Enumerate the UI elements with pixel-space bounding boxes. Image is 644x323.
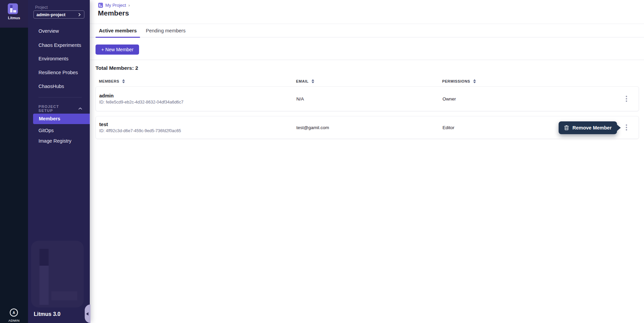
sidebar-collapse-handle[interactable]	[85, 304, 90, 323]
sidebar-item-gitops[interactable]: GitOps	[28, 127, 90, 134]
sidebar-divider	[38, 97, 82, 97]
column-members-label: MEMBERS	[99, 79, 119, 83]
watermark-bar-horizontal	[51, 291, 77, 300]
remove-member-label: Remove Member	[572, 125, 612, 130]
toolbar-divider	[90, 60, 644, 60]
member-id: ID: 4ff92c3d-d6e7-459c-9ed5-736fd2f0ac65	[99, 128, 296, 133]
watermark-bar-dark	[39, 249, 49, 266]
litmus-logo-label: Litmus	[0, 16, 28, 20]
litmus-app: Litmus A ADMIN Project admin-project Ove…	[0, 0, 644, 323]
member-name: test	[99, 122, 296, 127]
sidebar: Project admin-project Overview Chaos Exp…	[28, 0, 90, 323]
breadcrumb-chevron-icon: ›	[128, 3, 130, 8]
main-content: My Project › Members Active members Pend…	[90, 0, 644, 323]
active-tab-underline	[96, 37, 140, 38]
project-label: Project	[35, 5, 48, 10]
member-row-admin: admin ID: fe8e5cd9-eb2c-4d32-8632-04df34…	[96, 86, 639, 111]
avatar-initial: A	[12, 311, 15, 315]
icon-rail: Litmus A ADMIN	[0, 0, 28, 323]
member-permission: Owner	[442, 96, 622, 101]
project-setup-label: PROJECT SETUP	[38, 105, 74, 113]
member-name: admin	[99, 93, 296, 98]
new-member-button[interactable]: + New Member	[96, 45, 139, 55]
sidebar-item-image-registry[interactable]: Image Registry	[28, 138, 90, 144]
row-menu-kebab-icon[interactable]	[622, 123, 630, 132]
row-menu-kebab-icon[interactable]	[622, 94, 630, 104]
tab-active-members[interactable]: Active members	[96, 24, 140, 37]
project-setup-section-toggle[interactable]: PROJECT SETUP	[38, 105, 82, 113]
page-title: Members	[98, 9, 129, 17]
tab-pending-members[interactable]: Pending members	[142, 24, 189, 37]
sidebar-item-overview[interactable]: Overview	[28, 28, 90, 34]
litmus-logo-icon	[8, 3, 18, 14]
litmus-watermark-logo	[31, 241, 84, 307]
members-table-header: MEMBERS EMAIL PERMISSIONS	[96, 77, 639, 85]
column-header-members: MEMBERS	[99, 79, 296, 83]
tab-pending-members-label: Pending members	[146, 28, 186, 33]
chevron-up-icon	[78, 107, 82, 110]
member-email: N/A	[296, 96, 442, 101]
collapse-arrow-icon	[86, 312, 88, 316]
sort-permissions-icon[interactable]	[473, 79, 476, 83]
sidebar-item-chaoshubs[interactable]: ChaosHubs	[28, 83, 90, 90]
member-email: test@gamil.com	[296, 125, 442, 130]
user-avatar[interactable]: A	[10, 309, 18, 317]
members-tabbar: Active members Pending members	[90, 24, 644, 37]
column-header-email: EMAIL	[296, 79, 442, 83]
member-name-cell: admin ID: fe8e5cd9-eb2c-4d32-8632-04df34…	[99, 93, 296, 105]
admin-username-label: ADMIN	[0, 319, 28, 322]
member-row-test: test ID: 4ff92c3d-d6e7-459c-9ed5-736fd2f…	[96, 116, 639, 139]
logo-bar-horizontal	[13, 10, 16, 12]
chevron-right-icon	[78, 13, 81, 17]
member-id: ID: fe8e5cd9-eb2c-4d32-8632-04df34a6d6c7	[99, 100, 296, 105]
breadcrumb: My Project ›	[98, 3, 130, 8]
sidebar-item-chaos-experiments[interactable]: Chaos Experiments	[28, 42, 90, 49]
sidebar-item-environments[interactable]: Environments	[28, 55, 90, 62]
tooltip-arrow	[616, 124, 621, 131]
project-selector-value: admin-project	[36, 12, 78, 17]
column-email-label: EMAIL	[296, 79, 308, 83]
column-permissions-label: PERMISSIONS	[442, 79, 470, 83]
trash-icon	[564, 125, 569, 130]
litmus-logo-block: Litmus	[0, 0, 28, 28]
total-members-label: Total Members: 2	[96, 65, 138, 71]
breadcrumb-project-icon	[98, 3, 103, 8]
logo-bar-vertical	[10, 8, 12, 12]
version-label: Litmus 3.0	[34, 311, 60, 317]
remove-member-menu[interactable]: Remove Member	[559, 121, 617, 134]
sort-email-icon[interactable]	[312, 79, 314, 83]
breadcrumb-project-link[interactable]: My Project	[105, 3, 126, 8]
project-selector[interactable]: admin-project	[33, 10, 84, 19]
tab-active-members-label: Active members	[99, 28, 137, 33]
member-name-cell: test ID: 4ff92c3d-d6e7-459c-9ed5-736fd2f…	[99, 122, 296, 133]
watermark-bar-vertical	[39, 266, 49, 305]
sidebar-item-resilience-probes[interactable]: Resilience Probes	[28, 69, 90, 76]
sidebar-item-members[interactable]: Members	[33, 114, 90, 124]
sort-members-icon[interactable]	[122, 79, 125, 83]
logo-bar-dark	[10, 5, 12, 8]
column-header-permissions: PERMISSIONS	[442, 79, 623, 83]
